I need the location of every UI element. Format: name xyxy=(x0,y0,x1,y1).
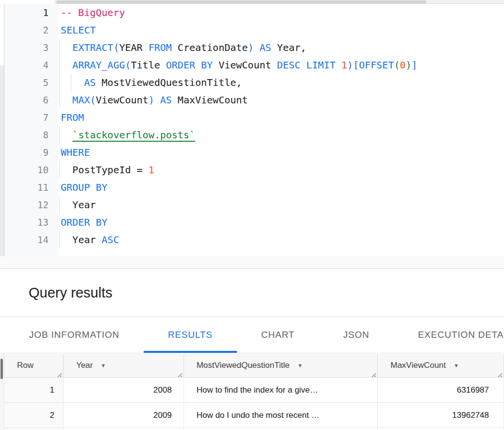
code-line[interactable]: 12 Year xyxy=(4,196,504,214)
code-token: ViewCount xyxy=(96,94,148,106)
column-menu-icon[interactable]: ▼ xyxy=(101,363,106,368)
code-text: FROM xyxy=(61,109,84,126)
code-token: PostTypeId xyxy=(72,164,136,176)
code-line[interactable]: 7FROM xyxy=(4,109,504,126)
code-line[interactable]: 14 Year ASC xyxy=(4,231,504,248)
code-text: WHERE xyxy=(61,144,90,161)
code-token xyxy=(143,42,149,53)
code-text: MAX(ViewCount) AS MaxViewCount xyxy=(61,91,248,109)
code-line[interactable]: 3 EXTRACT(YEAR FROM CreationDate) AS Yea… xyxy=(4,39,504,56)
tab-job-information[interactable]: JOB INFORMATION xyxy=(5,317,144,353)
code-line[interactable]: 1-- BigQuery xyxy=(4,4,504,21)
table-cell: 2009 xyxy=(64,403,184,428)
column-menu-icon[interactable]: ▼ xyxy=(454,363,459,368)
line-number: 9 xyxy=(4,144,49,161)
code-line[interactable]: 13ORDER BY xyxy=(4,214,504,231)
table-cell: 13962748 xyxy=(378,403,504,428)
line-number: 2 xyxy=(4,21,49,39)
tab-label: JSON xyxy=(343,330,370,340)
vertical-scrollbar-thumb[interactable] xyxy=(0,359,3,379)
code-token: ) xyxy=(149,94,154,106)
code-token: FROM xyxy=(149,42,172,53)
column-header-mostviewedquestiontitle[interactable]: MostViewedQuestionTitle▼ xyxy=(184,354,378,377)
code-token: -- BigQuery xyxy=(61,7,125,18)
horizontal-scrollbar-thumb[interactable] xyxy=(56,0,426,3)
tab-label: CHART xyxy=(261,330,295,340)
code-token xyxy=(61,234,72,246)
table-cell: 2 xyxy=(4,403,64,428)
column-menu-icon[interactable]: ▼ xyxy=(297,363,302,368)
code-token: LIMIT xyxy=(306,59,336,71)
code-line[interactable]: 5 AS MostViewedQuestionTitle, xyxy=(4,74,504,91)
line-number: 3 xyxy=(4,39,49,56)
line-number: 14 xyxy=(4,231,49,248)
code-line[interactable]: 9WHERE xyxy=(4,144,504,161)
tab-json[interactable]: JSON xyxy=(319,317,394,353)
tab-label: EXECUTION DETAILS xyxy=(418,330,504,340)
results-table: RowYear▼MostViewedQuestionTitle▼MaxViewC… xyxy=(4,354,504,430)
code-text: AS MostViewedQuestionTitle, xyxy=(61,74,242,91)
column-resize-icon[interactable] xyxy=(370,370,376,376)
code-token xyxy=(61,164,72,176)
code-line[interactable]: 11GROUP BY xyxy=(4,179,504,196)
code-line[interactable]: 8 `stackoverflow.posts` xyxy=(4,126,504,144)
code-token xyxy=(61,94,72,106)
column-resize-icon[interactable] xyxy=(497,370,503,376)
code-token xyxy=(61,42,72,53)
code-token: ] xyxy=(412,59,418,71)
column-resize-icon[interactable] xyxy=(177,370,183,376)
code-token: Year, xyxy=(271,42,306,53)
code-token: ) xyxy=(406,59,412,71)
indent-guide xyxy=(59,161,60,179)
code-token: Year xyxy=(72,234,101,246)
code-token: CreationDate xyxy=(172,42,248,53)
tab-chart[interactable]: CHART xyxy=(237,317,319,353)
code-token: MAX xyxy=(72,94,90,106)
code-token: 0 xyxy=(400,59,405,71)
column-resize-icon[interactable] xyxy=(56,370,62,376)
indent-guide xyxy=(59,74,60,91)
line-number: 4 xyxy=(4,56,49,74)
code-text: EXTRACT(YEAR FROM CreationDate) AS Year, xyxy=(61,39,306,56)
code-token xyxy=(301,59,306,71)
code-token xyxy=(154,94,160,106)
table-cell: 1 xyxy=(4,378,64,402)
code-text: ARRAY_AGG(Title ORDER BY ViewCount DESC … xyxy=(61,56,418,74)
column-header-row[interactable]: Row xyxy=(4,354,64,377)
code-line[interactable]: 2SELECT xyxy=(4,21,504,39)
code-line[interactable]: 6 MAX(ViewCount) AS MaxViewCount xyxy=(4,91,504,109)
tab-results[interactable]: RESULTS xyxy=(144,317,237,353)
code-line[interactable]: 10 PostTypeId = 1 xyxy=(4,161,504,179)
code-token: ORDER BY xyxy=(61,216,107,228)
code-text: `stackoverflow.posts` xyxy=(61,126,195,144)
code-token: GROUP BY xyxy=(61,182,107,193)
code-token: ( xyxy=(113,42,119,53)
column-header-year[interactable]: Year▼ xyxy=(64,354,184,377)
code-text: Year ASC xyxy=(61,231,119,248)
code-token: ( xyxy=(394,59,400,71)
column-header-label: MaxViewCount xyxy=(390,361,446,370)
column-header-maxviewcount[interactable]: MaxViewCount▼ xyxy=(378,354,504,377)
table-row: 22009How do I undo the most recent …1396… xyxy=(4,403,504,428)
code-token: ) xyxy=(248,42,253,53)
indent-guide xyxy=(59,39,60,56)
code-token: 1 xyxy=(149,164,154,176)
tab-execution-details[interactable]: EXECUTION DETAILS xyxy=(394,317,504,353)
code-text: PostTypeId = 1 xyxy=(61,161,154,179)
code-token: ( xyxy=(90,94,96,106)
column-header-label: Year xyxy=(76,361,93,370)
column-header-label: Row xyxy=(17,361,34,370)
code-token: Title xyxy=(131,59,166,71)
code-token: FROM xyxy=(61,112,84,123)
code-line[interactable]: 4 ARRAY_AGG(Title ORDER BY ViewCount DES… xyxy=(4,56,504,74)
results-tab-bar: JOB INFORMATIONRESULTSCHARTJSONEXECUTION… xyxy=(0,317,504,353)
horizontal-scrollbar[interactable] xyxy=(54,0,504,4)
line-number: 8 xyxy=(4,126,49,144)
code-token xyxy=(336,59,341,71)
vertical-scrollbar[interactable] xyxy=(0,354,4,430)
code-editor[interactable]: 1-- BigQuery2SELECT3 EXTRACT(YEAR FROM C… xyxy=(4,4,504,248)
table-row-partial xyxy=(4,428,504,430)
code-token: ViewCount xyxy=(213,59,277,71)
code-text: ORDER BY xyxy=(61,214,107,231)
line-number: 5 xyxy=(4,74,49,91)
